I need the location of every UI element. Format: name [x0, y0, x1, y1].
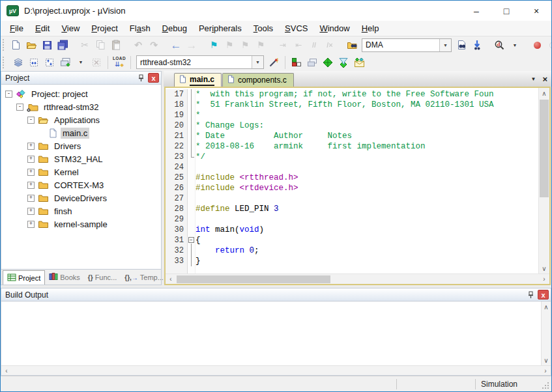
editor-horizontal-scrollbar[interactable]: ‹ › [166, 273, 549, 284]
tree-item-kernel-sample[interactable]: +kernel-sample [1, 217, 161, 231]
bookmark-next-icon[interactable]: ⚑ [237, 37, 253, 53]
menu-svcs[interactable]: SVCS [279, 22, 313, 35]
bookmark-toggle-icon[interactable]: ⚑ [206, 37, 222, 53]
document-tab-main-c[interactable]: main.c [174, 73, 222, 87]
file-extensions-icon[interactable] [351, 55, 367, 70]
build-output-text[interactable] [1, 301, 541, 365]
code-line[interactable]: 24 [166, 162, 538, 173]
minimize-button[interactable]: – [461, 1, 491, 21]
undo-icon[interactable]: ↶ [130, 37, 146, 53]
tree-item-stm32-hal[interactable]: +STM32_HAL [1, 152, 161, 165]
debug-viewer-icon[interactable]: d [491, 37, 507, 53]
menu-view[interactable]: View [55, 22, 85, 35]
code-line[interactable]: 31−{ [166, 235, 538, 245]
tab-list-chevron-icon[interactable]: ▼ [530, 76, 536, 82]
panel-tab-temp[interactable]: {},→Temp... [121, 270, 167, 285]
tree-item-devicedrivers[interactable]: +DeviceDrivers [1, 191, 161, 204]
search-combobox[interactable]: DMA▼ [362, 38, 452, 52]
translate-file-icon[interactable] [10, 55, 26, 70]
select-folders-icon[interactable] [336, 55, 351, 70]
scroll-right-icon[interactable]: › [540, 366, 551, 375]
code-line[interactable]: 17* with this program; if not, write to … [166, 89, 538, 100]
scroll-right-icon[interactable]: › [539, 274, 549, 284]
tree-item-label[interactable]: rtthread-stm32 [42, 102, 101, 113]
target-value[interactable]: rtthread-stm32 [137, 58, 252, 67]
menu-file[interactable]: File [4, 22, 29, 35]
editor-vertical-scrollbar[interactable]: ∧ ∨ [538, 88, 549, 273]
save-all-icon[interactable] [55, 37, 70, 53]
code-line[interactable]: 29 [166, 214, 538, 225]
breakpoint-toggle-icon[interactable] [529, 37, 545, 53]
expand-icon[interactable]: + [27, 143, 35, 150]
collapse-icon[interactable]: - [16, 104, 23, 111]
cut-icon[interactable]: ✂ [77, 37, 93, 53]
code-line[interactable]: 28#define LED_PIN 3 [166, 204, 538, 214]
toolbar-drag-handle[interactable] [3, 57, 7, 68]
scroll-left-icon[interactable]: ‹ [1, 366, 12, 375]
rebuild-icon[interactable] [42, 55, 57, 70]
expand-icon[interactable]: + [27, 208, 35, 215]
tree-item-label[interactable]: finsh [52, 206, 74, 217]
chevron-down-icon[interactable]: ▼ [439, 39, 451, 51]
copy-icon[interactable] [93, 37, 108, 53]
options-wand-icon[interactable] [266, 55, 282, 70]
fold-collapse-icon[interactable]: − [188, 235, 196, 245]
load-icon[interactable]: LOAD⇊◆ [111, 55, 127, 70]
tree-item-label[interactable]: DeviceDrivers [52, 193, 109, 204]
close-button[interactable]: × [521, 1, 551, 21]
code-editor[interactable]: 17* with this program; if not, write to … [166, 88, 538, 273]
uncomment-icon[interactable]: /× [322, 37, 338, 53]
tree-item-label[interactable]: Kernel [52, 167, 81, 178]
expand-icon[interactable]: + [27, 156, 35, 163]
target-select-combobox[interactable]: rtthread-stm32▼ [136, 55, 264, 69]
stop-build-icon[interactable] [89, 55, 104, 70]
collapse-icon[interactable]: - [27, 117, 35, 124]
panel-tab-project[interactable]: Project [3, 270, 45, 285]
tree-item-label[interactable]: STM32_HAL [52, 154, 104, 165]
menu-window[interactable]: Window [313, 22, 355, 35]
code-line[interactable]: 19* [166, 110, 538, 120]
code-line[interactable]: 18* 51 Franklin Street, Fifth Floor, Bos… [166, 100, 538, 110]
build-output-horizontal-scrollbar[interactable]: ‹ › [1, 365, 551, 375]
code-line[interactable]: 33} [166, 256, 538, 266]
find-in-files-icon[interactable] [344, 37, 360, 53]
search-value[interactable]: DMA [362, 40, 439, 49]
find-in-files-doc-icon[interactable] [454, 37, 469, 53]
bookmark-prev-icon[interactable]: ⚑ [222, 37, 237, 53]
menu-tools[interactable]: Tools [248, 22, 279, 35]
build-output-vertical-scrollbar[interactable]: ∧ ∨ [541, 301, 551, 365]
tree-item-cortex-m3[interactable]: +CORTEX-M3 [1, 178, 161, 191]
menu-help[interactable]: Help [356, 22, 385, 35]
code-line[interactable]: 32 return 0; [166, 245, 538, 256]
code-line[interactable]: 21* Date Author Notes [166, 131, 538, 141]
document-tab-components-c[interactable]: components.c [222, 73, 294, 87]
panel-tab-func[interactable]: {}Func... [84, 270, 121, 285]
menu-debug[interactable]: Debug [156, 22, 193, 35]
code-line[interactable]: 25#include <rtthread.h> [166, 173, 538, 183]
tree-item-finsh[interactable]: +finsh [1, 204, 161, 217]
manage-rte-icon[interactable] [289, 55, 304, 70]
close-document-icon[interactable]: × [542, 74, 547, 84]
batch-build-icon[interactable] [57, 55, 73, 70]
code-line[interactable]: 23*/ [166, 152, 538, 162]
code-line[interactable]: 22* 2018-08-16 armink first implementati… [166, 141, 538, 152]
tree-item-rtthread-stm32[interactable]: -rtthread-stm32 [1, 100, 161, 113]
collapse-icon[interactable]: - [5, 91, 12, 98]
scroll-down-icon[interactable]: ∨ [542, 355, 551, 365]
menu-project[interactable]: Project [85, 22, 123, 35]
tree-item-label[interactable]: Applications [52, 115, 102, 126]
toolbar-drag-handle[interactable] [3, 39, 4, 51]
scroll-down-icon[interactable]: ∨ [539, 263, 549, 273]
code-line[interactable]: 27 [166, 193, 538, 204]
tree-item-project-project[interactable]: -Project: project [1, 87, 161, 100]
tree-item-label[interactable]: CORTEX-M3 [52, 180, 106, 191]
open-folder-icon[interactable] [23, 37, 39, 53]
nav-forward-icon[interactable]: → [184, 37, 199, 53]
indent-icon[interactable]: ⇥ [275, 37, 291, 53]
scroll-left-icon[interactable]: ‹ [166, 274, 176, 284]
incremental-find-icon[interactable] [469, 37, 485, 53]
unindent-icon[interactable]: ⇤ [291, 37, 306, 53]
chevron-down-icon[interactable]: ▼ [252, 56, 263, 68]
build-icon[interactable] [26, 55, 42, 70]
code-line[interactable]: 26#include <rtdevice.h> [166, 183, 538, 193]
